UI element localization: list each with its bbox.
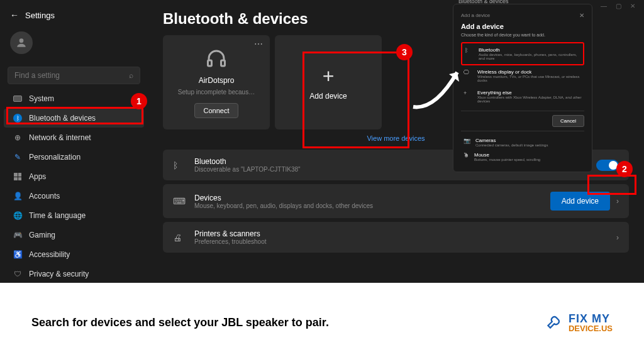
personalization-icon: ✎ (13, 152, 23, 162)
dialog-heading: Add a device (461, 23, 584, 30)
svg-rect-2 (221, 60, 225, 66)
popup-breadcrumb: Bluetooth & devices (458, 0, 509, 4)
sidebar-item-privacy[interactable]: 🛡 Privacy & security (4, 265, 144, 283)
bluetooth-icon: ᛒ (13, 113, 23, 123)
device-status: Setup incomplete becaus… (178, 89, 255, 96)
connect-button[interactable]: Connect (194, 103, 239, 118)
network-icon: ⊕ (13, 133, 23, 143)
bluetooth-icon: ᛒ (465, 47, 474, 53)
nav-label: System (29, 94, 54, 103)
caption-text: Search for devices and select your JBL s… (31, 316, 329, 329)
search-input[interactable]: ⌕ (8, 67, 140, 84)
plus-icon: + (323, 65, 335, 88)
system-icon (13, 94, 23, 104)
nav-list: System ᛒ Bluetooth & devices ⊕ Network &… (0, 89, 148, 303)
privacy-icon: 🛡 (13, 269, 23, 279)
printers-title: Printers & scanners (194, 229, 608, 238)
search-icon: ⌕ (129, 71, 133, 80)
profile[interactable] (0, 24, 148, 62)
minimize-icon[interactable]: — (601, 3, 607, 9)
sidebar-item-accounts[interactable]: 👤 Accounts (4, 187, 144, 206)
chevron-right-icon: › (616, 197, 619, 206)
add-device-dialog: Bluetooth & devices Add a device ✕ Add a… (453, 4, 592, 172)
logo-line2: DEVICE.US (569, 324, 613, 332)
svg-point-0 (19, 38, 24, 43)
dialog-sub: Choose the kind of device you want to ad… (461, 33, 584, 37)
device-name: AirDotspro (199, 76, 235, 85)
brand-logo: FIX MY DEVICE.US (546, 312, 613, 332)
sidebar-item-gaming[interactable]: 🎮 Gaming (4, 226, 144, 244)
extra-title: Cameras (475, 138, 548, 143)
back-arrow-icon: ← (10, 10, 19, 20)
sidebar-item-bluetooth[interactable]: ᛒ Bluetooth & devices (4, 109, 144, 128)
avatar (10, 31, 33, 54)
devices-title: Devices (194, 194, 541, 202)
opt-sub: Wireless monitors, TVs, or PCs that use … (477, 75, 582, 82)
search-field[interactable] (14, 71, 129, 80)
nav-label: Personalization (29, 153, 80, 162)
nav-label: Gaming (29, 231, 55, 239)
back-row[interactable]: ← Settings (0, 6, 148, 24)
extra-title: Mouse (474, 152, 540, 158)
window-controls: — ▢ ✕ (601, 3, 635, 9)
cancel-button[interactable]: Cancel (552, 115, 584, 127)
opt-title: Everything else (477, 90, 582, 96)
apps-icon (13, 172, 23, 182)
close-icon[interactable]: ✕ (630, 3, 635, 9)
header-title: Settings (25, 11, 55, 20)
devices-row[interactable]: ⌨ Devices Mouse, keyboard, pen, audio, d… (163, 184, 629, 218)
sidebar-item-network[interactable]: ⊕ Network & internet (4, 128, 144, 147)
dialog-option-wireless[interactable]: 🖵 Wireless display or dock Wireless moni… (461, 65, 584, 86)
dialog-option-other[interactable]: + Everything else Xbox controllers with … (461, 86, 584, 107)
headphone-icon (205, 47, 228, 72)
annotation-badge-2: 2 (616, 161, 633, 177)
accounts-icon: 👤 (13, 191, 23, 201)
add-device-label: Add device (309, 92, 347, 101)
bluetooth-toggle[interactable] (596, 160, 619, 171)
nav-label: Apps (29, 172, 46, 181)
chevron-right-icon: › (616, 233, 619, 242)
nav-label: Bluetooth & devices (29, 114, 96, 123)
more-icon[interactable]: ⋯ (254, 39, 264, 49)
sidebar: ← Settings ⌕ System ᛒ Bluetooth & device… (0, 0, 148, 283)
dialog-close-icon[interactable]: ✕ (579, 12, 584, 19)
extra-row-cameras[interactable]: 📷 Cameras Connected cameras, default ima… (461, 135, 584, 150)
annotation-badge-3: 3 (396, 44, 413, 60)
printers-sub: Preferences, troubleshoot (194, 238, 608, 245)
dialog-option-bluetooth[interactable]: ᛒ Bluetooth Audio devices, mice, keyboar… (461, 42, 584, 65)
maximize-icon[interactable]: ▢ (616, 3, 621, 9)
nav-label: Accessibility (29, 250, 70, 259)
printer-icon: 🖨 (173, 233, 186, 243)
divider (461, 111, 584, 111)
opt-title: Wireless display or dock (477, 69, 582, 75)
nav-label: Time & language (29, 211, 86, 220)
printers-row[interactable]: 🖨 Printers & scanners Preferences, troub… (163, 222, 629, 253)
wrench-icon (546, 312, 564, 332)
sidebar-item-personalization[interactable]: ✎ Personalization (4, 148, 144, 167)
nav-label: Privacy & security (29, 270, 89, 278)
nav-label: Network & internet (29, 133, 91, 142)
nav-label: Accounts (29, 192, 60, 200)
extra-sub: Buttons, mouse pointer speed, scrolling (474, 158, 540, 162)
sidebar-item-system[interactable]: System (4, 89, 144, 108)
footer: Search for devices and select your JBL s… (0, 283, 644, 362)
annotation-badge-1: 1 (131, 93, 147, 109)
add-device-card[interactable]: + Add device (275, 35, 382, 129)
sidebar-item-time[interactable]: 🌐 Time & language (4, 206, 144, 225)
logo-line1: FIX MY (569, 313, 613, 324)
opt-sub: Audio devices, mice, keyboards, phones, … (479, 53, 580, 60)
sidebar-item-accessibility[interactable]: ♿ Accessibility (4, 245, 144, 264)
time-icon: 🌐 (13, 211, 23, 221)
add-device-button[interactable]: Add device (550, 192, 610, 211)
mouse-icon: 🖱 (464, 152, 469, 162)
devices-icon: ⌨ (173, 196, 186, 206)
opt-sub: Xbox controllers with Xbox Wireless Adap… (477, 96, 582, 103)
extra-row-mouse[interactable]: 🖱 Mouse Buttons, mouse pointer speed, sc… (461, 150, 584, 164)
accessibility-icon: ♿ (13, 250, 23, 260)
opt-title: Bluetooth (479, 47, 580, 53)
bluetooth-row-icon: ᛒ (173, 160, 186, 170)
device-card-airdots[interactable]: ⋯ AirDotspro Setup incomplete becaus… Co… (163, 35, 270, 129)
camera-icon: 📷 (464, 138, 470, 147)
svg-rect-1 (208, 60, 212, 66)
sidebar-item-apps[interactable]: Apps (4, 167, 144, 186)
